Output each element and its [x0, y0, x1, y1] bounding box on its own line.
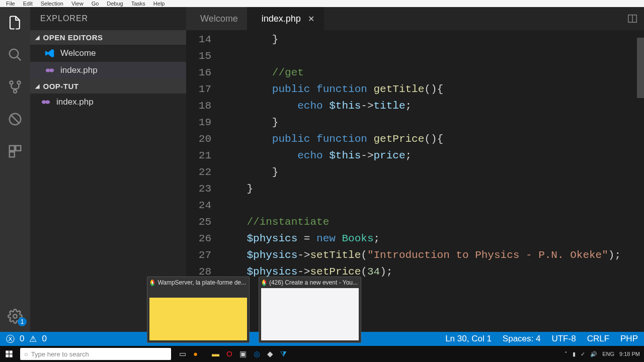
folder-header[interactable]: ◢ OOP-TUT	[30, 79, 186, 94]
preview-thumbnail[interactable]	[149, 288, 247, 340]
cortana-icon: ○	[24, 350, 28, 358]
scrollbar[interactable]	[637, 38, 644, 98]
taskbar[interactable]: ○ Type here to search ▭ ● ▬ O ▣ ◎ ◆ ⧩ ˄ …	[0, 346, 644, 362]
explorer-icon[interactable]	[7, 14, 24, 31]
svg-point-0	[10, 49, 19, 58]
svg-rect-18	[6, 354, 9, 357]
opera-icon[interactable]: O	[226, 349, 232, 358]
clock[interactable]: 9:18 PM	[619, 351, 640, 357]
menu-debug[interactable]: Debug	[103, 1, 127, 7]
settings-icon[interactable]: 1	[7, 308, 24, 325]
firefox-icon[interactable]: ●	[193, 349, 198, 358]
menu-file[interactable]: File	[2, 1, 19, 7]
chrome-icon	[262, 280, 266, 286]
search-icon[interactable]	[7, 46, 24, 63]
errors-count[interactable]: 0	[20, 334, 24, 344]
open-editors-header[interactable]: ◢ OPEN EDITORS	[30, 30, 186, 45]
cmd-icon[interactable]: ▣	[239, 349, 247, 358]
start-button[interactable]	[0, 346, 18, 362]
window-previews[interactable]: WampServer, la plate-forme de... (426) C…	[147, 277, 361, 343]
taskview-icon[interactable]: ▭	[179, 349, 186, 358]
tab-index-php[interactable]: index.php✕	[248, 7, 324, 30]
line-col[interactable]: Ln 30, Col 1	[445, 334, 492, 344]
extensions-icon[interactable]	[7, 143, 24, 160]
svg-point-10	[49, 68, 54, 72]
explorer-icon[interactable]: ▬	[212, 349, 219, 358]
vscode-icon[interactable]: ⧩	[280, 349, 287, 358]
svg-rect-6	[16, 146, 21, 151]
task-icons[interactable]: ▭ ● ▬ O ▣ ◎ ◆ ⧩	[173, 349, 293, 358]
chevron-down-icon: ◢	[35, 34, 40, 41]
warnings-count[interactable]: 0	[42, 334, 46, 344]
settings-badge: 1	[18, 317, 27, 326]
svg-point-2	[17, 81, 20, 84]
window-preview[interactable]: WampServer, la plate-forme de...	[147, 277, 250, 343]
activity-bar: 1	[0, 7, 30, 332]
svg-rect-19	[10, 354, 13, 357]
menu-edit[interactable]: Edit	[19, 1, 37, 7]
chrome-icon	[150, 280, 154, 286]
indent[interactable]: Spaces: 4	[503, 334, 541, 344]
menu-view[interactable]: View	[67, 1, 88, 7]
encoding[interactable]: UTF-8	[551, 334, 576, 344]
menu-go[interactable]: Go	[88, 1, 103, 7]
tray-chevron-icon[interactable]: ˄	[565, 351, 568, 357]
menu-selection[interactable]: Selection	[37, 1, 67, 7]
volume-icon[interactable]: 🔊	[590, 351, 597, 357]
svg-point-1	[10, 81, 13, 84]
svg-point-8	[13, 314, 17, 318]
battery-icon[interactable]: ▮	[573, 351, 576, 357]
svg-rect-17	[10, 350, 13, 353]
edge-icon[interactable]: ◎	[254, 349, 260, 358]
svg-rect-7	[10, 152, 15, 157]
open-editor-item[interactable]: Welcome	[30, 45, 186, 62]
close-icon[interactable]: ✕	[308, 14, 314, 24]
source-control-icon[interactable]	[7, 78, 24, 96]
warnings-icon[interactable]: ⚠	[29, 334, 37, 344]
system-tray[interactable]: ˄ ▮ ✓ 🔊 ENG 9:18 PM	[565, 351, 644, 357]
file-item[interactable]: index.php	[30, 94, 186, 111]
chevron-down-icon: ◢	[35, 83, 40, 89]
eol[interactable]: CRLF	[587, 334, 609, 344]
menu-help[interactable]: Help	[149, 1, 169, 7]
keyboard-lang[interactable]: ENG	[602, 351, 614, 357]
sidebar-title: EXPLORER	[30, 7, 186, 30]
language[interactable]: PHP	[620, 334, 638, 344]
svg-point-3	[14, 90, 17, 93]
svg-rect-5	[10, 146, 15, 151]
tab-welcome[interactable]: Welcome	[186, 7, 248, 30]
split-editor-icon[interactable]	[621, 7, 644, 30]
search-box[interactable]: ○ Type here to search	[20, 348, 171, 360]
svg-rect-16	[6, 350, 9, 353]
app-icon[interactable]: ◆	[267, 349, 273, 358]
window-preview[interactable]: (426) Create a new event - You...	[259, 277, 361, 343]
preview-thumbnail[interactable]	[261, 288, 359, 340]
menubar[interactable]: FileEditSelectionViewGoDebugTasksHelp	[0, 0, 644, 7]
errors-icon[interactable]: ⓧ	[6, 333, 15, 345]
debug-icon[interactable]	[7, 111, 24, 128]
open-editor-item[interactable]: index.php	[30, 62, 186, 79]
svg-point-12	[45, 100, 50, 104]
menu-tasks[interactable]: Tasks	[127, 1, 149, 7]
tabs: Welcomeindex.php✕	[186, 7, 644, 30]
wifi-icon[interactable]: ✓	[581, 351, 585, 357]
